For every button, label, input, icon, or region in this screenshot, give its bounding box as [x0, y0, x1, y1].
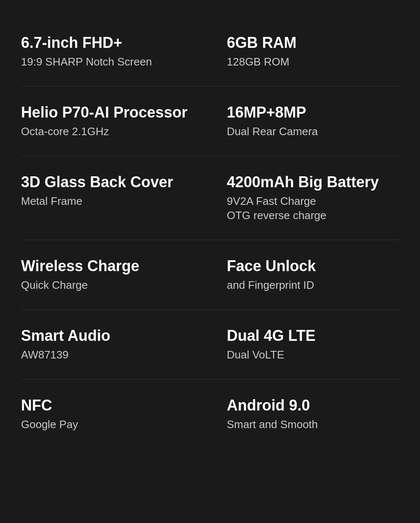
spec-item-lte: Dual 4G LTE Dual VoLTE: [210, 310, 403, 379]
spec-item-screen: 6.7-inch FHD+ 19:9 SHARP Notch Screen: [17, 17, 210, 86]
spec-item-design: 3D Glass Back Cover Metal Frame: [17, 156, 210, 240]
spec-item-camera: 16MP+8MP Dual Rear Camera: [210, 86, 403, 156]
spec-subtitle-camera: Dual Rear Camera: [227, 125, 391, 139]
spec-subtitle-audio: AW87139: [21, 348, 197, 362]
spec-subtitle-android: Smart and Smooth: [227, 418, 391, 432]
spec-title-screen: 6.7-inch FHD+: [21, 34, 197, 52]
spec-subtitle-design: Metal Frame: [21, 194, 197, 209]
spec-item-processor: Helio P70-AI Processor Octa-core 2.1GHz: [17, 86, 210, 156]
spec-title-lte: Dual 4G LTE: [227, 327, 391, 345]
spec-title-design: 3D Glass Back Cover: [21, 173, 197, 191]
spec-title-battery: 4200mAh Big Battery: [227, 173, 391, 191]
spec-subtitle-ram: 128GB ROM: [227, 55, 391, 69]
spec-title-nfc: NFC: [21, 396, 197, 414]
spec-item-audio: Smart Audio AW87139: [17, 310, 210, 379]
specs-grid: 6.7-inch FHD+ 19:9 SHARP Notch Screen 6G…: [0, 0, 420, 465]
spec-subtitle-battery: 9V2A Fast Charge OTG reverse charge: [227, 194, 391, 223]
spec-title-ram: 6GB RAM: [227, 34, 391, 52]
spec-subtitle-screen: 19:9 SHARP Notch Screen: [21, 55, 197, 69]
spec-title-audio: Smart Audio: [21, 327, 197, 345]
spec-title-processor: Helio P70-AI Processor: [21, 103, 197, 121]
spec-title-camera: 16MP+8MP: [227, 103, 391, 121]
spec-subtitle-nfc: Google Pay: [21, 418, 197, 432]
spec-subtitle-wireless: Quick Charge: [21, 278, 197, 293]
spec-item-face: Face Unlock and Fingerprint ID: [210, 240, 403, 309]
spec-item-android: Android 9.0 Smart and Smooth: [210, 379, 403, 449]
spec-item-wireless: Wireless Charge Quick Charge: [17, 240, 210, 309]
spec-title-android: Android 9.0: [227, 396, 391, 414]
spec-subtitle-processor: Octa-core 2.1GHz: [21, 125, 197, 139]
spec-item-nfc: NFC Google Pay: [17, 379, 210, 449]
spec-subtitle-lte: Dual VoLTE: [227, 348, 391, 362]
spec-title-wireless: Wireless Charge: [21, 257, 197, 275]
spec-item-battery: 4200mAh Big Battery 9V2A Fast Charge OTG…: [210, 156, 403, 240]
spec-title-face: Face Unlock: [227, 257, 391, 275]
spec-item-ram: 6GB RAM 128GB ROM: [210, 17, 403, 86]
spec-subtitle-face: and Fingerprint ID: [227, 278, 391, 293]
